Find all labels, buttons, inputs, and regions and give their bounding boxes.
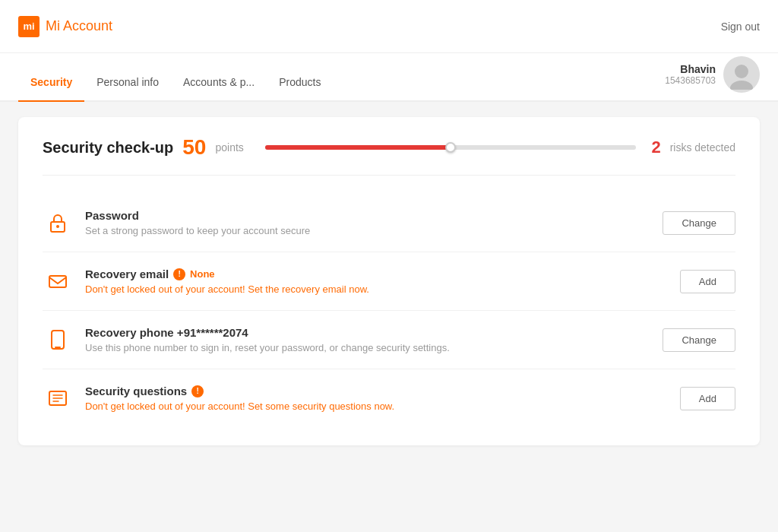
svg-rect-5: [52, 331, 64, 349]
app-title: Mi Account: [46, 18, 112, 34]
progress-thumb: [445, 142, 456, 153]
email-icon: [43, 266, 73, 296]
nav-item-security[interactable]: Security: [18, 76, 84, 102]
recovery-email-title: Recovery email: [85, 268, 169, 280]
security-checkup: Security check-up 50 points 2 risks dete…: [43, 135, 735, 176]
svg-point-0: [735, 65, 748, 78]
security-questions-title: Security questions: [85, 385, 187, 397]
svg-point-1: [730, 81, 753, 90]
questions-icon: [43, 383, 73, 413]
user-name: Bhavin: [665, 63, 716, 75]
recovery-phone-change-button[interactable]: Change: [663, 328, 735, 352]
header: mi Mi Account Sign out: [0, 0, 778, 53]
user-info: Bhavin 1543685703: [665, 56, 760, 100]
nav-item-products[interactable]: Products: [267, 76, 333, 102]
recovery-phone-desc: Use this phone number to sign in, reset …: [85, 342, 650, 353]
checkup-points: 50: [182, 135, 206, 160]
logo-area: mi Mi Account: [18, 16, 112, 37]
nav-item-personal-info[interactable]: Personal info: [84, 76, 171, 102]
mi-logo-icon: mi: [18, 16, 40, 37]
svg-rect-4: [49, 276, 66, 287]
checkup-points-label: points: [215, 141, 243, 154]
security-questions-add-button[interactable]: Add: [680, 387, 735, 410]
risks-count: 2: [651, 138, 660, 157]
progress-bar-fill: [265, 145, 451, 150]
password-item: Password Set a strong password to keep y…: [43, 194, 735, 252]
recovery-email-info-icon: !: [173, 268, 185, 280]
nav-item-accounts[interactable]: Accounts & p...: [171, 76, 267, 102]
risks-label: risks detected: [670, 141, 735, 154]
password-title: Password: [85, 209, 139, 222]
recovery-email-desc: Don't get locked out of your account! Se…: [85, 283, 668, 295]
password-change-button[interactable]: Change: [663, 211, 735, 235]
recovery-email-none-badge: None: [190, 268, 215, 280]
avatar: [723, 56, 760, 93]
main-content: Security check-up 50 points 2 risks dete…: [0, 102, 778, 461]
password-desc: Set a strong password to keep your accou…: [85, 225, 650, 236]
checkup-title: Security check-up: [43, 139, 173, 157]
lock-icon: [43, 207, 73, 238]
recovery-email-add-button[interactable]: Add: [680, 270, 735, 293]
phone-icon: [43, 325, 73, 355]
security-questions-desc: Don't get locked out of your account! Se…: [85, 401, 668, 412]
svg-point-3: [56, 225, 59, 228]
security-card: Security check-up 50 points 2 risks dete…: [18, 117, 760, 445]
recovery-email-item: Recovery email ! None Don't get locked o…: [43, 252, 735, 311]
progress-bar: [265, 145, 637, 150]
user-id: 1543685703: [665, 75, 716, 86]
security-questions-info-icon: !: [191, 385, 204, 397]
security-questions-item: Security questions ! Don't get locked ou…: [43, 369, 735, 427]
recovery-phone-item: Recovery phone +91******2074 Use this ph…: [43, 311, 735, 369]
nav-bar: Security Personal info Accounts & p... P…: [0, 53, 778, 102]
sign-out-button[interactable]: Sign out: [721, 21, 760, 33]
recovery-phone-title: Recovery phone +91******2074: [85, 326, 248, 339]
